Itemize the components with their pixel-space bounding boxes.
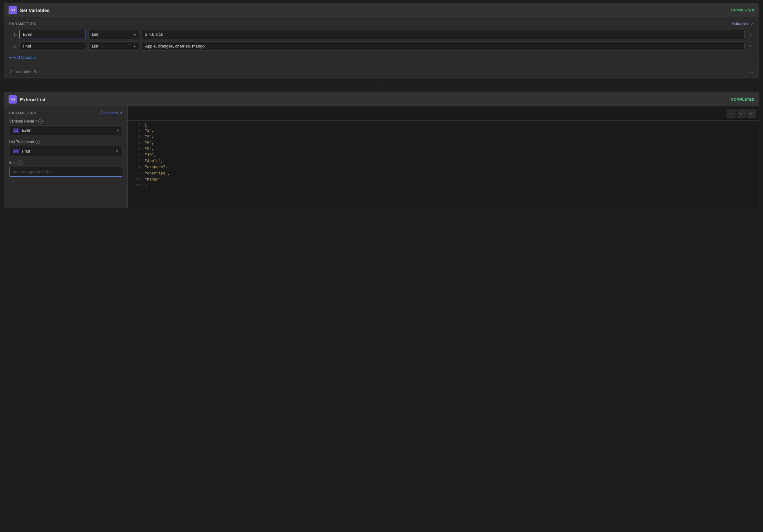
var-name-input-1[interactable] <box>19 30 86 39</box>
line-number: 3 <box>132 134 140 140</box>
line-number: 11 <box>132 183 140 189</box>
external-link-icon-2: ↗ <box>119 111 122 115</box>
set-variables-icon: (x) <box>9 6 17 14</box>
code-toolbar: ‹ ⌕ ⤢ <box>128 106 759 121</box>
var-type-select-2[interactable]: List <box>88 42 139 51</box>
set-variables-panel: (x) Set Variables COMPLETED PARAMETERS A… <box>4 3 759 78</box>
line-number: 6 <box>132 152 140 158</box>
variable-name-select[interactable]: (x) Even ▾ <box>9 126 122 135</box>
extend-list-title: Extend List <box>20 97 46 102</box>
variable-name-label: Variable Name * i <box>9 119 122 124</box>
extend-list-header: (x) Extend List COMPLETED <box>4 93 759 106</box>
line-content: "Apple", <box>145 158 163 164</box>
line-number: 1 <box>132 122 140 128</box>
variable-name-caret: ▾ <box>117 128 119 133</box>
set-variables-title: Set Variables <box>20 8 50 13</box>
code-line: 6 "10", <box>128 152 759 158</box>
variable-row-2: 2. List × <box>9 42 754 51</box>
line-content: "4", <box>145 134 154 140</box>
item-label: Item i <box>9 160 122 165</box>
var-type-select-1[interactable]: List <box>88 30 139 39</box>
code-line: 5 "8", <box>128 146 759 152</box>
extend-section-header: PARAMETERS Action info ↗ <box>9 111 122 115</box>
var-value-input-2[interactable] <box>142 42 745 51</box>
remove-var-2[interactable]: × <box>747 43 754 49</box>
code-line: 9 "cherries", <box>128 171 759 177</box>
var-name-input-2[interactable] <box>19 42 86 51</box>
action-info-text-1: Action info <box>732 22 749 26</box>
header-left: (x) Set Variables <box>9 6 50 14</box>
variable-name-value: Even <box>22 128 114 133</box>
extend-parameters-label: PARAMETERS <box>9 111 37 115</box>
line-number: 7 <box>132 158 140 164</box>
list-to-append-label-text: List To Append <box>9 140 34 144</box>
line-number: 9 <box>132 171 140 177</box>
add-item-button[interactable]: + <box>9 178 15 185</box>
code-line: 11] <box>128 183 759 189</box>
var-index-1: 1. <box>9 32 17 37</box>
code-line: 2 "2", <box>128 128 759 134</box>
parameters-label: PARAMETERS <box>9 22 37 26</box>
connector-arrow: ↓ <box>0 81 763 89</box>
line-content: "2", <box>145 128 154 134</box>
line-content: "oranges", <box>145 164 167 170</box>
check-icon: ✓ <box>9 69 13 74</box>
extend-list-icon: (x) <box>9 95 17 104</box>
extend-list-status: COMPLETED <box>731 98 754 101</box>
code-line: 3 "4", <box>128 134 759 140</box>
variables-set-label: Variables Set <box>16 69 40 74</box>
list-to-append-clear[interactable]: × <box>115 148 119 153</box>
line-content: "8", <box>145 146 154 152</box>
required-indicator: * <box>35 119 37 124</box>
line-content: ] <box>145 183 147 189</box>
extend-panel-body: PARAMETERS Action info ↗ Variable Name *… <box>4 106 759 208</box>
list-to-append-label: List To Append i <box>9 140 122 144</box>
item-info-icon: i <box>18 160 22 165</box>
remove-var-1[interactable]: × <box>747 31 754 38</box>
code-line: 10 "mango" <box>128 177 759 183</box>
variable-name-info-icon: i <box>38 119 43 124</box>
line-content: "10", <box>145 152 156 158</box>
variable-name-var-icon: (x) <box>13 128 19 133</box>
code-line: 4 "6", <box>128 140 759 146</box>
add-variable-button[interactable]: + Add Variable <box>9 54 36 61</box>
line-content: "cherries", <box>145 171 170 177</box>
code-line: 8 "oranges", <box>128 164 759 170</box>
set-variables-header: (x) Set Variables COMPLETED <box>4 3 759 17</box>
list-to-append-info-icon: i <box>36 140 40 144</box>
action-info-text-2: Action info <box>100 111 118 115</box>
var-value-input-1[interactable] <box>142 30 745 39</box>
variable-name-label-text: Variable Name <box>9 119 34 124</box>
var-index-2: 2. <box>9 44 17 48</box>
action-info-link-1[interactable]: Action info ↗ <box>732 22 754 26</box>
extend-header-left: (x) Extend List <box>9 95 46 104</box>
code-line: 1[ <box>128 122 759 128</box>
code-content: 1[2 "2",3 "4",4 "6",5 "8",6 "10",7 "Appl… <box>128 121 759 190</box>
code-line: 7 "Apple", <box>128 158 759 164</box>
line-number: 2 <box>132 128 140 134</box>
external-link-icon-1: ↗ <box>751 22 754 26</box>
list-to-append-value: Fruit <box>22 149 112 153</box>
line-content: "mango" <box>145 177 161 183</box>
chevron-down-icon: ⌄⌄ <box>747 69 754 74</box>
action-info-link-2[interactable]: Action info ↗ <box>100 111 122 115</box>
code-search-button[interactable]: ⌕ <box>737 109 746 118</box>
line-content: [ <box>145 122 147 128</box>
line-number: 10 <box>132 177 140 183</box>
list-to-append-select[interactable]: (x) Fruit × <box>9 146 122 156</box>
set-variables-section-header: PARAMETERS Action info ↗ <box>9 22 754 26</box>
line-number: 4 <box>132 140 140 146</box>
var-type-wrapper-1: List <box>88 30 139 39</box>
code-output-area: ‹ ⌕ ⤢ 1[2 "2",3 "4",4 "6",5 "8",6 "10",7… <box>128 106 759 208</box>
params-area: PARAMETERS Action info ↗ Variable Name *… <box>4 106 128 208</box>
variables-set-footer: ✓ Variables Set ⌄⌄ <box>4 65 759 77</box>
code-back-button[interactable]: ‹ <box>726 109 735 118</box>
line-content: "6", <box>145 140 154 146</box>
extend-list-panel: (x) Extend List COMPLETED PARAMETERS Act… <box>4 92 759 208</box>
item-label-text: Item <box>9 160 17 165</box>
line-number: 8 <box>132 164 140 170</box>
set-variables-body: PARAMETERS Action info ↗ 1. List × 2. <box>4 17 759 65</box>
item-input[interactable] <box>9 167 122 177</box>
down-arrow: ↓ <box>381 83 383 87</box>
code-expand-button[interactable]: ⤢ <box>747 109 756 118</box>
